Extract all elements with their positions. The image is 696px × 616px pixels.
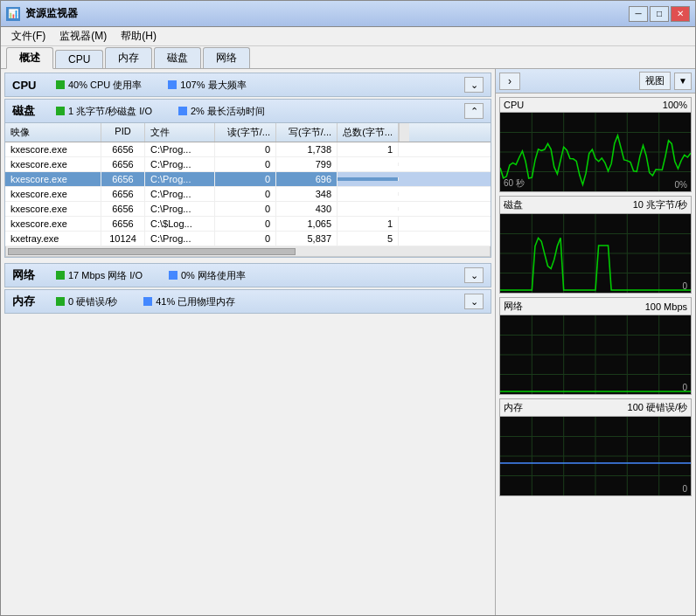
close-button[interactable]: ✕ xyxy=(671,6,690,22)
disk-table: 映像 PID 文件 读(字节/... 写(字节/... 总数(字节... kxe… xyxy=(4,123,491,258)
title-bar: 📊 资源监视器 ─ □ ✕ xyxy=(1,1,695,27)
disk-table-header: 映像 PID 文件 读(字节/... 写(字节/... 总数(字节... xyxy=(5,123,491,142)
table-cell: 799 xyxy=(276,157,338,171)
memory-expand-button[interactable]: ⌄ xyxy=(464,294,484,309)
chart-section-network: 网络100 Mbps0 xyxy=(499,297,692,395)
table-cell: 430 xyxy=(276,202,338,216)
chart-label-bar-network: 网络100 Mbps xyxy=(500,298,691,315)
chart-min-label-cpu: 0% xyxy=(675,180,687,190)
disk-stat1-text: 1 兆字节/秒磁盘 I/O xyxy=(68,105,152,118)
tab-network[interactable]: 网络 xyxy=(203,47,250,68)
view-button[interactable]: 视图 xyxy=(639,72,671,90)
chart-min-label-disk: 0 xyxy=(682,281,687,291)
table-cell: 1 xyxy=(338,217,399,231)
table-row[interactable]: kxescore.exe6656C:\Prog...0430 xyxy=(5,202,491,217)
tab-bar: 概述 CPU 内存 磁盘 网络 xyxy=(1,46,695,69)
col-header-file: 文件 xyxy=(145,123,215,142)
network-expand-button[interactable]: ⌄ xyxy=(464,267,484,283)
disk-stat2: 2% 最长活动时间 xyxy=(178,105,265,118)
disk-expand-button[interactable]: ⌃ xyxy=(464,103,484,119)
chart-section-cpu: CPU100%60 秒0% xyxy=(499,97,692,192)
cpu-expand-button[interactable]: ⌄ xyxy=(464,77,484,93)
h-scroll-thumb[interactable] xyxy=(8,248,296,255)
table-cell: 0 xyxy=(215,142,276,156)
table-cell: C:\Prog... xyxy=(145,232,215,246)
memory-section-header[interactable]: 内存 0 硬错误/秒 41% 已用物理内存 ⌄ xyxy=(4,289,491,314)
table-cell: kxetray.exe xyxy=(5,232,101,246)
table-row[interactable]: kxescore.exe6656C:\Prog...01,7381 xyxy=(5,142,491,157)
table-cell: kxescore.exe xyxy=(5,217,101,231)
cpu-section-header[interactable]: CPU 40% CPU 使用率 107% 最大频率 ⌄ xyxy=(4,73,491,97)
table-cell: C:\$Log... xyxy=(145,217,215,231)
chart-label-bar-memory: 内存100 硬错误/秒 xyxy=(500,399,691,417)
table-cell xyxy=(338,207,399,211)
network-stat1: 17 Mbps 网络 I/O xyxy=(56,269,143,282)
disk-stat2-dot xyxy=(178,107,187,115)
cpu-section: CPU 40% CPU 使用率 107% 最大频率 ⌄ xyxy=(4,73,491,97)
col-header-write: 写(字节/... xyxy=(276,123,338,142)
minimize-button[interactable]: ─ xyxy=(629,6,648,22)
cpu-stat2-dot xyxy=(168,80,177,89)
tab-disk[interactable]: 磁盘 xyxy=(154,47,201,68)
menu-monitor[interactable]: 监视器(M) xyxy=(52,27,114,45)
chart-label-bar-disk: 磁盘10 兆字节/秒 xyxy=(500,197,691,214)
table-cell xyxy=(338,177,399,181)
right-panel: › 视图 ▼ CPU100%60 秒0%磁盘10 兆字节/秒0网络100 Mbp… xyxy=(496,69,695,615)
chart-min-label-network: 0 xyxy=(682,383,687,392)
horizontal-scrollbar[interactable] xyxy=(5,246,491,257)
app-icon: 📊 xyxy=(6,7,20,21)
chart-max-label-network: 100 Mbps xyxy=(645,301,687,312)
table-cell: 1 xyxy=(338,142,399,156)
memory-stat1-text: 0 硬错误/秒 xyxy=(68,295,117,308)
memory-stat2: 41% 已用物理内存 xyxy=(143,295,235,308)
chart-max-label-memory: 100 硬错误/秒 xyxy=(628,401,687,414)
table-cell: 1,738 xyxy=(276,142,338,156)
table-cell: 6656 xyxy=(101,202,145,216)
table-row[interactable]: kxescore.exe6656C:\Prog...0696 xyxy=(5,172,491,187)
network-section-header[interactable]: 网络 17 Mbps 网络 I/O 0% 网络使用率 ⌄ xyxy=(4,263,491,287)
tab-memory[interactable]: 内存 xyxy=(105,47,152,68)
maximize-button[interactable]: □ xyxy=(650,6,669,22)
chart-max-label-cpu: 100% xyxy=(663,100,687,110)
chart-min-label-memory: 0 xyxy=(682,484,687,494)
table-row[interactable]: kxescore.exe6656C:\Prog...0348 xyxy=(5,187,491,202)
chart-canvas-cpu: 60 秒0% xyxy=(500,113,691,191)
table-cell xyxy=(338,163,399,166)
disk-title: 磁盘 xyxy=(12,103,56,119)
chart-title-cpu: CPU xyxy=(504,100,524,110)
network-stats: 17 Mbps 网络 I/O 0% 网络使用率 xyxy=(56,269,464,282)
table-scrollbar-stub xyxy=(399,123,409,142)
cpu-title: CPU xyxy=(12,79,56,92)
cpu-stat1-dot xyxy=(56,80,65,89)
table-cell: kxescore.exe xyxy=(5,172,101,186)
table-cell: 0 xyxy=(215,217,276,231)
memory-stat1-dot xyxy=(56,297,65,306)
table-row[interactable]: kxetray.exe10124C:\Prog...05,8375 xyxy=(5,232,491,246)
col-header-name: 映像 xyxy=(5,123,101,142)
table-row[interactable]: kxescore.exe6656C:\Prog...0799 xyxy=(5,157,491,172)
main-window: 📊 资源监视器 ─ □ ✕ 文件(F) 监视器(M) 帮助(H) 概述 CPU … xyxy=(0,0,696,616)
tab-overview[interactable]: 概述 xyxy=(6,47,53,69)
disk-section-header[interactable]: 磁盘 1 兆字节/秒磁盘 I/O 2% 最长活动时间 ⌃ xyxy=(4,99,491,123)
table-cell: 6656 xyxy=(101,142,145,156)
chart-canvas-network: 0 xyxy=(500,315,691,394)
chart-canvas-disk: 0 xyxy=(500,214,691,293)
col-header-read: 读(字节/... xyxy=(215,123,276,142)
network-stat2: 0% 网络使用率 xyxy=(169,269,246,282)
right-toolbar: › 视图 ▼ xyxy=(496,69,695,93)
chart-label-bar-cpu: CPU100% xyxy=(500,98,691,113)
view-dropdown-button[interactable]: ▼ xyxy=(674,73,692,90)
menu-file[interactable]: 文件(F) xyxy=(4,27,52,45)
table-cell: 0 xyxy=(215,172,276,186)
network-stat2-dot xyxy=(169,271,177,280)
window-title: 资源监视器 xyxy=(25,6,629,21)
chart-title-disk: 磁盘 xyxy=(504,198,523,211)
col-header-pid: PID xyxy=(101,123,145,142)
tab-cpu[interactable]: CPU xyxy=(55,50,103,68)
chart-section-memory: 内存100 硬错误/秒0 xyxy=(499,398,692,496)
table-row[interactable]: kxescore.exe6656C:\$Log...01,0651 xyxy=(5,217,491,232)
menu-help[interactable]: 帮助(H) xyxy=(114,27,164,45)
table-cell: 0 xyxy=(215,157,276,171)
table-cell: 6656 xyxy=(101,187,145,201)
right-expand-button[interactable]: › xyxy=(499,73,520,90)
